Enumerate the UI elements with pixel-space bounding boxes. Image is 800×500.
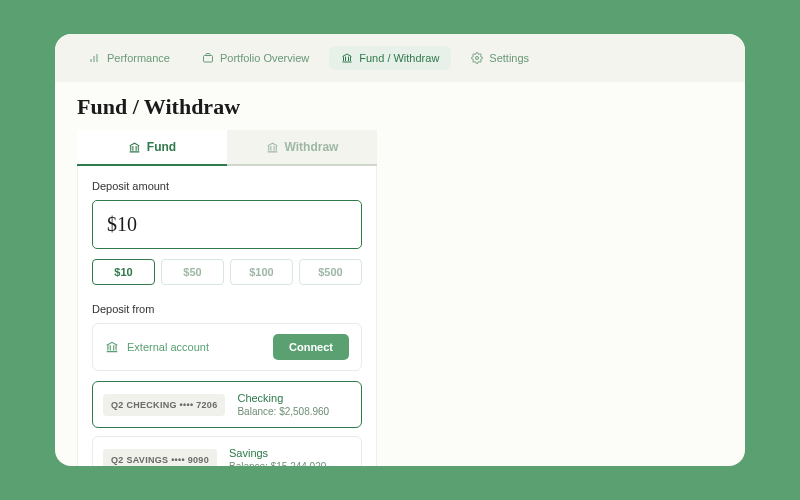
fund-withdraw-panel: Fund Withdraw Deposit amount $10 $50 $10… — [77, 130, 377, 466]
quick-amount-100[interactable]: $100 — [230, 259, 293, 285]
nav-settings[interactable]: Settings — [459, 46, 541, 70]
tab-label: Fund — [147, 140, 176, 154]
tab-withdraw[interactable]: Withdraw — [227, 130, 377, 166]
account-info: Savings Balance: $15,244.020 — [229, 447, 326, 466]
bank-icon — [266, 141, 279, 154]
account-chip: Q2 CHECKING •••• 7206 — [103, 394, 225, 416]
nav-fund-withdraw[interactable]: Fund / Withdraw — [329, 46, 451, 70]
deposit-from-label: Deposit from — [92, 303, 362, 315]
external-account-left: External account — [105, 340, 209, 354]
nav-performance[interactable]: Performance — [77, 46, 182, 70]
external-account-label: External account — [127, 341, 209, 353]
tab-content: Deposit amount $10 $50 $100 $500 Deposit… — [77, 166, 377, 466]
account-balance: Balance: $15,244.020 — [229, 461, 326, 466]
account-balance: Balance: $2,508.960 — [237, 406, 329, 417]
app-window: Performance Portfolio Overview Fund / Wi… — [55, 34, 745, 466]
nav-label: Fund / Withdraw — [359, 52, 439, 64]
deposit-amount-label: Deposit amount — [92, 180, 362, 192]
gear-icon — [471, 52, 483, 64]
account-option-checking[interactable]: Q2 CHECKING •••• 7206 Checking Balance: … — [92, 381, 362, 428]
nav-label: Performance — [107, 52, 170, 64]
svg-rect-0 — [203, 56, 212, 63]
quick-amount-50[interactable]: $50 — [161, 259, 224, 285]
nav-portfolio-overview[interactable]: Portfolio Overview — [190, 46, 321, 70]
svg-point-1 — [476, 57, 479, 60]
nav-label: Portfolio Overview — [220, 52, 309, 64]
connect-button[interactable]: Connect — [273, 334, 349, 360]
nav-label: Settings — [489, 52, 529, 64]
tab-label: Withdraw — [285, 140, 339, 154]
bar-chart-icon — [89, 52, 101, 64]
deposit-amount-input[interactable] — [92, 200, 362, 249]
quick-amount-500[interactable]: $500 — [299, 259, 362, 285]
briefcase-icon — [202, 52, 214, 64]
bank-icon — [105, 340, 119, 354]
account-option-savings[interactable]: Q2 SAVINGS •••• 9090 Savings Balance: $1… — [92, 436, 362, 466]
tab-bar: Fund Withdraw — [77, 130, 377, 166]
page-title: Fund / Withdraw — [77, 94, 723, 120]
top-nav: Performance Portfolio Overview Fund / Wi… — [55, 34, 745, 82]
account-chip: Q2 SAVINGS •••• 9090 — [103, 449, 217, 467]
account-info: Checking Balance: $2,508.960 — [237, 392, 329, 417]
account-name: Savings — [229, 447, 326, 459]
account-name: Checking — [237, 392, 329, 404]
bank-icon — [128, 141, 141, 154]
quick-amount-10[interactable]: $10 — [92, 259, 155, 285]
bank-icon — [341, 52, 353, 64]
page-body: Fund / Withdraw Fund Withdraw Deposit am… — [55, 82, 745, 466]
external-account-row: External account Connect — [92, 323, 362, 371]
tab-fund[interactable]: Fund — [77, 130, 227, 166]
quick-amount-row: $10 $50 $100 $500 — [92, 259, 362, 285]
